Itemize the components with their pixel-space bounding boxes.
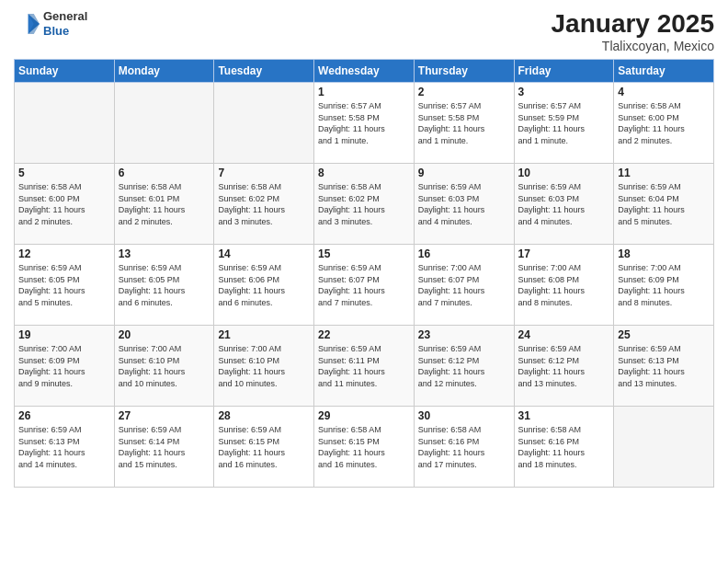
day-number: 23	[418, 328, 510, 341]
page: General Blue January 2025 Tlalixcoyan, M…	[0, 0, 728, 563]
day-number: 30	[418, 409, 510, 422]
day-info: Sunrise: 6:58 AM Sunset: 6:01 PM Dayligh…	[119, 181, 210, 227]
day-number: 5	[18, 167, 110, 179]
calendar-week-4: 26Sunrise: 6:59 AM Sunset: 6:13 PM Dayli…	[15, 407, 714, 488]
day-number: 8	[318, 167, 410, 179]
calendar-cell	[15, 83, 115, 164]
calendar-cell: 5Sunrise: 6:58 AM Sunset: 6:00 PM Daylig…	[15, 164, 115, 245]
day-number: 1	[318, 86, 410, 98]
calendar-cell	[214, 83, 314, 164]
day-info: Sunrise: 7:00 AM Sunset: 6:10 PM Dayligh…	[119, 343, 210, 389]
day-info: Sunrise: 6:57 AM Sunset: 5:59 PM Dayligh…	[518, 100, 610, 146]
day-info: Sunrise: 6:59 AM Sunset: 6:14 PM Dayligh…	[119, 424, 210, 470]
calendar-header-sunday: Sunday	[15, 60, 115, 83]
calendar-week-0: 1Sunrise: 6:57 AM Sunset: 5:58 PM Daylig…	[15, 83, 714, 164]
day-info: Sunrise: 6:58 AM Sunset: 6:00 PM Dayligh…	[618, 100, 710, 146]
day-info: Sunrise: 6:59 AM Sunset: 6:12 PM Dayligh…	[518, 343, 610, 389]
day-number: 6	[119, 167, 210, 179]
day-info: Sunrise: 6:59 AM Sunset: 6:07 PM Dayligh…	[318, 262, 410, 308]
calendar-header-thursday: Thursday	[414, 60, 514, 83]
calendar-cell: 28Sunrise: 6:59 AM Sunset: 6:15 PM Dayli…	[214, 407, 314, 488]
calendar-cell: 8Sunrise: 6:58 AM Sunset: 6:02 PM Daylig…	[314, 164, 415, 245]
calendar-cell: 27Sunrise: 6:59 AM Sunset: 6:14 PM Dayli…	[114, 407, 214, 488]
day-info: Sunrise: 6:58 AM Sunset: 6:16 PM Dayligh…	[518, 424, 610, 470]
day-number: 22	[318, 328, 410, 341]
day-info: Sunrise: 6:58 AM Sunset: 6:15 PM Dayligh…	[318, 424, 410, 470]
calendar-cell: 29Sunrise: 6:58 AM Sunset: 6:15 PM Dayli…	[314, 407, 415, 488]
day-info: Sunrise: 6:59 AM Sunset: 6:13 PM Dayligh…	[18, 424, 110, 470]
day-number: 24	[518, 328, 610, 341]
calendar-week-1: 5Sunrise: 6:58 AM Sunset: 6:00 PM Daylig…	[15, 164, 714, 245]
day-info: Sunrise: 6:59 AM Sunset: 6:12 PM Dayligh…	[418, 343, 510, 389]
calendar-cell: 20Sunrise: 7:00 AM Sunset: 6:10 PM Dayli…	[114, 326, 214, 407]
day-number: 26	[18, 409, 110, 422]
day-number: 14	[218, 247, 310, 260]
day-info: Sunrise: 6:58 AM Sunset: 6:00 PM Dayligh…	[18, 181, 110, 227]
calendar-cell	[614, 407, 714, 488]
calendar-header-row: SundayMondayTuesdayWednesdayThursdayFrid…	[15, 60, 714, 83]
day-info: Sunrise: 6:57 AM Sunset: 5:58 PM Dayligh…	[318, 100, 410, 146]
calendar-cell: 21Sunrise: 7:00 AM Sunset: 6:10 PM Dayli…	[214, 326, 314, 407]
calendar-cell: 14Sunrise: 6:59 AM Sunset: 6:06 PM Dayli…	[214, 245, 314, 326]
calendar-cell: 31Sunrise: 6:58 AM Sunset: 6:16 PM Dayli…	[514, 407, 614, 488]
calendar-cell: 13Sunrise: 6:59 AM Sunset: 6:05 PM Dayli…	[114, 245, 214, 326]
location: Tlalixcoyan, Mexico	[552, 39, 714, 53]
day-info: Sunrise: 7:00 AM Sunset: 6:09 PM Dayligh…	[618, 262, 710, 308]
day-info: Sunrise: 7:00 AM Sunset: 6:07 PM Dayligh…	[418, 262, 510, 308]
calendar-cell: 25Sunrise: 6:59 AM Sunset: 6:13 PM Dayli…	[614, 326, 714, 407]
day-number: 18	[618, 247, 710, 260]
calendar-cell: 23Sunrise: 6:59 AM Sunset: 6:12 PM Dayli…	[414, 326, 514, 407]
day-number: 4	[618, 86, 710, 98]
calendar-cell: 11Sunrise: 6:59 AM Sunset: 6:04 PM Dayli…	[614, 164, 714, 245]
day-info: Sunrise: 6:59 AM Sunset: 6:05 PM Dayligh…	[119, 262, 210, 308]
day-info: Sunrise: 7:00 AM Sunset: 6:10 PM Dayligh…	[218, 343, 310, 389]
day-info: Sunrise: 6:59 AM Sunset: 6:11 PM Dayligh…	[318, 343, 410, 389]
day-info: Sunrise: 7:00 AM Sunset: 6:08 PM Dayligh…	[518, 262, 610, 308]
day-number: 13	[119, 247, 210, 260]
calendar-cell: 16Sunrise: 7:00 AM Sunset: 6:07 PM Dayli…	[414, 245, 514, 326]
calendar-cell: 4Sunrise: 6:58 AM Sunset: 6:00 PM Daylig…	[614, 83, 714, 164]
calendar-cell: 2Sunrise: 6:57 AM Sunset: 5:58 PM Daylig…	[414, 83, 514, 164]
calendar-cell: 15Sunrise: 6:59 AM Sunset: 6:07 PM Dayli…	[314, 245, 415, 326]
day-number: 20	[119, 328, 210, 341]
day-info: Sunrise: 6:59 AM Sunset: 6:04 PM Dayligh…	[618, 181, 710, 227]
day-number: 2	[418, 86, 510, 98]
calendar-cell: 12Sunrise: 6:59 AM Sunset: 6:05 PM Dayli…	[15, 245, 115, 326]
calendar-cell: 17Sunrise: 7:00 AM Sunset: 6:08 PM Dayli…	[514, 245, 614, 326]
day-info: Sunrise: 6:57 AM Sunset: 5:58 PM Dayligh…	[418, 100, 510, 146]
calendar: SundayMondayTuesdayWednesdayThursdayFrid…	[14, 59, 714, 488]
day-info: Sunrise: 6:59 AM Sunset: 6:06 PM Dayligh…	[218, 262, 310, 308]
day-number: 15	[318, 247, 410, 260]
day-number: 31	[518, 409, 610, 422]
calendar-header-saturday: Saturday	[614, 60, 714, 83]
day-info: Sunrise: 6:58 AM Sunset: 6:16 PM Dayligh…	[418, 424, 510, 470]
logo-blue-text: Blue	[43, 24, 87, 39]
day-number: 16	[418, 247, 510, 260]
day-info: Sunrise: 6:58 AM Sunset: 6:02 PM Dayligh…	[218, 181, 310, 227]
day-info: Sunrise: 7:00 AM Sunset: 6:09 PM Dayligh…	[18, 343, 110, 389]
calendar-cell: 7Sunrise: 6:58 AM Sunset: 6:02 PM Daylig…	[214, 164, 314, 245]
calendar-cell: 18Sunrise: 7:00 AM Sunset: 6:09 PM Dayli…	[614, 245, 714, 326]
calendar-header-monday: Monday	[114, 60, 214, 83]
logo-text: General Blue	[43, 9, 87, 38]
day-number: 10	[518, 167, 610, 179]
logo: General Blue	[14, 9, 87, 38]
day-info: Sunrise: 6:59 AM Sunset: 6:15 PM Dayligh…	[218, 424, 310, 470]
day-number: 3	[518, 86, 610, 98]
day-number: 28	[218, 409, 310, 422]
day-number: 29	[318, 409, 410, 422]
calendar-header-wednesday: Wednesday	[314, 60, 415, 83]
day-info: Sunrise: 6:59 AM Sunset: 6:13 PM Dayligh…	[618, 343, 710, 389]
calendar-cell: 1Sunrise: 6:57 AM Sunset: 5:58 PM Daylig…	[314, 83, 415, 164]
day-number: 11	[618, 167, 710, 179]
day-info: Sunrise: 6:59 AM Sunset: 6:03 PM Dayligh…	[418, 181, 510, 227]
calendar-week-2: 12Sunrise: 6:59 AM Sunset: 6:05 PM Dayli…	[15, 245, 714, 326]
logo-icon	[14, 11, 40, 37]
day-number: 7	[218, 167, 310, 179]
logo-general-text: General	[43, 9, 87, 24]
calendar-cell: 26Sunrise: 6:59 AM Sunset: 6:13 PM Dayli…	[15, 407, 115, 488]
calendar-cell	[114, 83, 214, 164]
day-number: 27	[119, 409, 210, 422]
calendar-cell: 3Sunrise: 6:57 AM Sunset: 5:59 PM Daylig…	[514, 83, 614, 164]
header: General Blue January 2025 Tlalixcoyan, M…	[14, 9, 714, 53]
